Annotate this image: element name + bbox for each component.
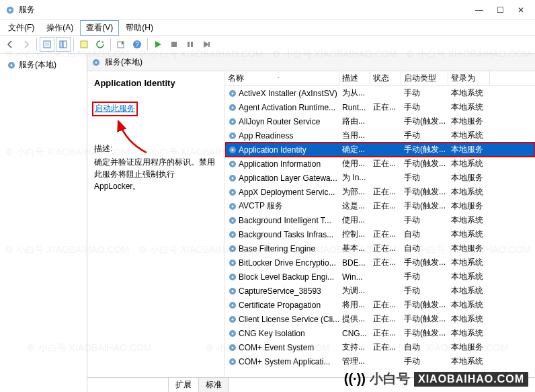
service-row[interactable]: Agent Activation Runtime...Runt...正在...手…	[225, 100, 535, 114]
svg-point-17	[95, 61, 97, 63]
service-status	[370, 220, 401, 221]
export-button[interactable]	[114, 37, 128, 52]
service-status	[370, 290, 401, 292]
service-desc: 路由...	[339, 115, 370, 128]
brand-cn: 小白号	[370, 370, 410, 388]
svg-rect-12	[191, 42, 193, 47]
service-logon: 本地服务	[448, 341, 490, 354]
service-row[interactable]: AVCTP 服务这是...正在...手动(触发...本地服务	[225, 199, 535, 213]
service-icon	[228, 286, 237, 296]
svg-point-35	[232, 205, 234, 207]
service-logon: 本地系统	[448, 101, 490, 114]
toolbar-btn-1[interactable]	[40, 37, 54, 52]
service-name: Block Level Backup Engi...	[239, 272, 334, 282]
toolbar: ?	[0, 35, 535, 54]
menu-action[interactable]: 操作(A)	[41, 21, 79, 35]
col-startup[interactable]: 启动类型	[401, 71, 448, 85]
pane-header-label: 服务(本地)	[105, 56, 142, 68]
col-logon[interactable]: 登录为	[448, 71, 490, 85]
properties-button[interactable]	[77, 37, 91, 52]
tab-standard[interactable]: 标准	[198, 377, 229, 392]
menu-view[interactable]: 查看(V)	[80, 20, 119, 36]
service-desc: 提供...	[339, 313, 370, 325]
service-status: 正在...	[370, 256, 401, 269]
col-status[interactable]: 状态	[370, 71, 401, 85]
service-row[interactable]: Background Tasks Infras...控制...正在...自动本地…	[225, 227, 535, 241]
stop-service-button[interactable]	[167, 37, 181, 52]
service-row[interactable]: Application Layer Gatewa...为 In...手动本地服务	[225, 171, 535, 185]
start-service-button[interactable]	[151, 37, 165, 52]
service-row[interactable]: Block Level Backup Engi...Win...手动本地系统	[225, 270, 535, 284]
service-icon	[228, 315, 237, 324]
service-logon: 本地系统	[448, 355, 490, 368]
content-area: 服务(本地) 服务(本地) Application Identity 启动此服务…	[0, 54, 535, 392]
service-row[interactable]: Application Identity确定...手动(触发...本地服务	[225, 143, 535, 157]
service-row[interactable]: Client License Service (Cli...提供...正在...…	[225, 312, 535, 326]
service-row[interactable]: AppX Deployment Servic...为部...正在...手动(触发…	[225, 185, 535, 199]
service-startup: 手动	[401, 129, 448, 142]
service-icon	[228, 173, 237, 183]
service-icon	[228, 272, 237, 282]
service-desc: 确定...	[339, 143, 370, 156]
service-name: ActiveX Installer (AxInstSV)	[239, 89, 337, 98]
service-row[interactable]: COM+ System Applicati...管理...手动本地系统	[225, 354, 535, 368]
menu-file[interactable]: 文件(F)	[3, 21, 40, 35]
service-logon: 本地系统	[448, 327, 490, 340]
service-desc: 控制...	[339, 228, 370, 241]
annotation-highlight: 启动此服务	[92, 102, 138, 116]
col-desc[interactable]: 描述	[339, 71, 370, 85]
service-desc: CNG...	[339, 328, 370, 339]
col-name[interactable]: 名称ˆ	[225, 71, 339, 85]
service-row[interactable]: COM+ Event System支持...正在...自动本地服务	[225, 340, 535, 354]
right-panel: 服务(本地) Application Identity 启动此服务 描述: 确定…	[87, 54, 535, 392]
service-row[interactable]: Background Intelligent T...使用...手动本地系统	[225, 213, 535, 227]
service-status	[370, 121, 401, 122]
restart-service-button[interactable]	[199, 37, 214, 52]
pause-service-button[interactable]	[183, 37, 198, 52]
start-service-link[interactable]: 启动此服务	[95, 104, 135, 113]
service-status	[370, 178, 401, 179]
service-row[interactable]: Application Information使用...正在...手动(触发..…	[225, 157, 535, 171]
service-row[interactable]: ActiveX Installer (AxInstSV)为从...手动本地系统	[225, 86, 535, 100]
service-logon: 本地系统	[448, 157, 490, 170]
service-name: Application Identity	[239, 145, 306, 155]
service-icon	[228, 230, 237, 239]
service-row[interactable]: CNG Key IsolationCNG...正在...手动(触发...本地系统	[225, 326, 535, 340]
service-logon: 本地系统	[448, 256, 490, 269]
service-row[interactable]: Certificate Propagation将用...正在...手动(触发..…	[225, 298, 535, 312]
refresh-button[interactable]	[93, 37, 108, 52]
service-status: 正在...	[370, 242, 401, 255]
pane-header: 服务(本地)	[87, 54, 535, 71]
service-name: CaptureService_38593	[239, 286, 321, 296]
back-button[interactable]	[3, 37, 17, 52]
svg-point-55	[232, 346, 234, 348]
service-logon: 本地服务	[448, 171, 490, 184]
service-name: App Readiness	[239, 131, 293, 141]
maximize-button[interactable]: ☐	[497, 5, 504, 15]
menu-help[interactable]: 帮助(H)	[120, 21, 159, 35]
service-status: 正在...	[370, 101, 401, 114]
service-status: 正在...	[370, 313, 401, 325]
forward-button[interactable]	[19, 37, 34, 52]
minimize-button[interactable]: —	[475, 5, 483, 15]
svg-rect-4	[60, 41, 63, 48]
help-button[interactable]: ?	[130, 37, 145, 52]
tree-root[interactable]: 服务(本地)	[4, 58, 83, 72]
service-desc: Win...	[339, 272, 370, 282]
service-row[interactable]: BitLocker Drive Encryptio...BDE...正在...手…	[225, 256, 535, 270]
service-row[interactable]: AllJoyn Router Service路由...手动(触发...本地服务	[225, 114, 535, 128]
svg-rect-5	[63, 41, 67, 48]
service-row[interactable]: CaptureService_38593为调...手动本地系统	[225, 284, 535, 298]
tab-extended[interactable]: 扩展	[168, 377, 199, 392]
service-name: CNG Key Isolation	[239, 329, 305, 338]
service-logon: 本地服务	[448, 115, 490, 128]
svg-point-33	[232, 191, 234, 193]
service-name: AppX Deployment Servic...	[239, 188, 335, 197]
service-row[interactable]: App Readiness当用...手动本地系统	[225, 128, 535, 143]
service-icon	[228, 145, 237, 155]
close-button[interactable]: ✕	[518, 5, 524, 15]
service-name: Application Layer Gatewa...	[239, 173, 337, 183]
toolbar-btn-2[interactable]	[56, 37, 71, 52]
service-row[interactable]: Base Filtering Engine基本...正在...自动本地服务	[225, 241, 535, 256]
service-name: Background Tasks Infras...	[239, 230, 333, 239]
